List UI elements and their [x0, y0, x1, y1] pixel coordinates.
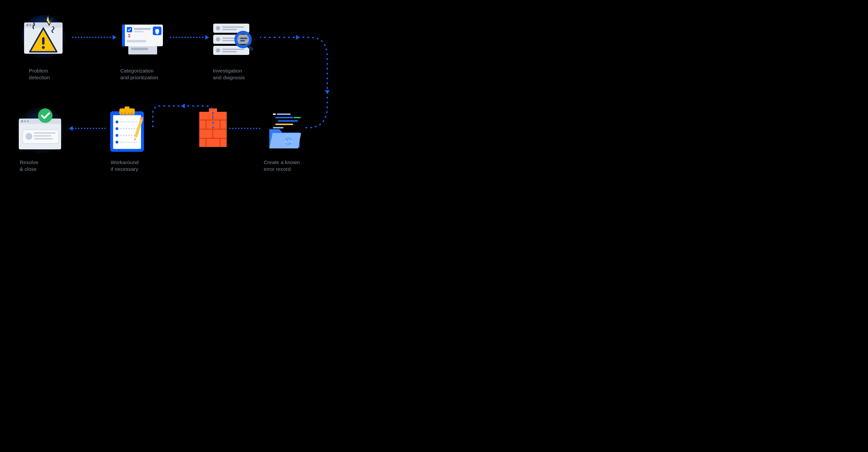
arrowhead-icon: [325, 90, 330, 94]
svg-rect-16: [127, 40, 146, 43]
text-line: and diagnosis: [213, 75, 245, 80]
resolve-close-icon: [14, 106, 67, 154]
svg-point-56: [116, 120, 118, 123]
svg-point-30: [236, 32, 250, 47]
svg-point-7: [42, 46, 45, 49]
workaround-icon: [106, 106, 149, 154]
text-line: & close: [20, 166, 37, 172]
problem-detection-icon: [19, 13, 67, 61]
svg-point-71: [27, 120, 29, 122]
svg-rect-13: [134, 28, 151, 30]
svg-point-77: [38, 108, 53, 123]
arrowhead-icon: [296, 35, 300, 40]
svg-point-58: [116, 134, 118, 137]
svg-rect-32: [240, 40, 245, 41]
text-line: Create a known: [264, 160, 300, 165]
error-record-icon: </>: [259, 106, 307, 154]
text-line: Investigation: [213, 68, 242, 74]
svg-rect-31: [240, 37, 247, 39]
text-line: Categorization: [120, 68, 154, 74]
arrowhead-icon: [205, 35, 209, 40]
arrowhead-icon: [181, 104, 185, 108]
step-label-workaround: Workaround if necessary: [111, 159, 138, 173]
svg-rect-27: [222, 49, 244, 50]
svg-rect-55: [125, 107, 129, 110]
svg-rect-28: [222, 51, 237, 52]
investigation-icon: [209, 15, 257, 63]
connector-arrow: [72, 128, 106, 129]
connector-arrow: [72, 37, 111, 38]
svg-rect-11: [122, 25, 125, 46]
step-label-error-record: Create a known error record: [264, 159, 300, 173]
text-line: Resolve: [20, 160, 38, 165]
text-line: detection: [29, 75, 50, 80]
text-line: if necessary: [111, 166, 138, 172]
text-line: Problem: [29, 68, 48, 74]
svg-point-59: [116, 141, 118, 144]
svg-point-23: [216, 37, 220, 41]
text-line: and prioritization: [120, 75, 158, 80]
svg-rect-22: [222, 29, 237, 30]
svg-rect-21: [222, 27, 244, 28]
svg-rect-9: [131, 48, 148, 50]
connector-arrow: [229, 128, 260, 129]
arrowhead-icon: [69, 126, 73, 131]
text-line: Workaround: [111, 160, 138, 165]
svg-rect-6: [42, 37, 44, 45]
step-label-categorization: Categorization and prioritization: [120, 67, 158, 81]
svg-text:</>: </>: [285, 139, 292, 144]
connector-arrow: [169, 37, 203, 38]
text-line: error record: [264, 166, 291, 172]
svg-point-20: [216, 26, 220, 30]
svg-point-57: [116, 127, 118, 130]
svg-point-4: [29, 24, 31, 26]
step-label-investigation: Investigation and diagnosis: [213, 67, 245, 81]
step-label-resolve: Resolve & close: [20, 159, 38, 173]
svg-point-70: [24, 120, 26, 122]
svg-point-73: [26, 133, 32, 140]
svg-point-3: [27, 24, 28, 26]
categorization-icon: [117, 17, 165, 65]
step-label-detection: Problem detection: [29, 67, 50, 81]
svg-point-69: [21, 120, 23, 122]
svg-rect-14: [134, 31, 144, 32]
arrowhead-icon: [113, 35, 117, 40]
svg-point-26: [216, 48, 220, 53]
